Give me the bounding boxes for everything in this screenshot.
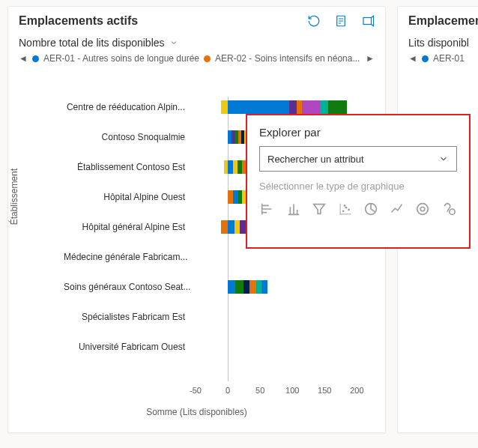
legend-label: AER-01 - Autres soins de longue durée <box>43 53 199 64</box>
y-tick-label: Établissement Contoso Est <box>64 162 191 172</box>
legend-dot <box>204 55 211 62</box>
svg-point-6 <box>348 209 350 211</box>
popover-title: Explorer par <box>259 126 457 139</box>
legend-prev-arrow[interactable]: ◄ <box>19 53 28 64</box>
bar-segment[interactable] <box>233 190 238 204</box>
funnel-icon[interactable] <box>311 199 328 219</box>
svg-point-9 <box>417 204 429 215</box>
svg-rect-2 <box>339 214 351 214</box>
bar-segment[interactable] <box>221 220 228 234</box>
attribute-search-dropdown[interactable]: Rechercher un attribut <box>259 146 457 172</box>
card-title: Emplacement <box>408 14 478 28</box>
x-tick-label: 100 <box>285 386 299 395</box>
dropdown-label: Nombre total de lits disponibles <box>19 37 165 49</box>
legend-item[interactable]: AER-01 <box>422 53 465 64</box>
bar-segment[interactable] <box>228 280 235 294</box>
dropdown-row: Nombre total de lits disponibles <box>8 32 385 50</box>
bar-segment[interactable] <box>256 280 261 294</box>
svg-point-7 <box>343 205 345 207</box>
bar-segment[interactable] <box>228 190 233 204</box>
bar-segment[interactable] <box>235 280 243 294</box>
donut-icon[interactable] <box>414 199 432 219</box>
popover-subtitle: Sélectionner le type de graphique <box>259 181 457 192</box>
chevron-down-icon <box>169 38 178 47</box>
bar-segment[interactable] <box>228 160 233 174</box>
legend-dot <box>422 55 429 62</box>
svg-point-5 <box>345 207 347 209</box>
bar-segment[interactable] <box>249 280 256 294</box>
legend-item[interactable]: AER-02 - Soins intensifs en néona... <box>204 53 360 64</box>
svg-point-10 <box>421 207 426 211</box>
chart-type-row <box>259 199 457 219</box>
y-axis-label: Établissement <box>9 169 19 225</box>
bar-segment[interactable] <box>297 100 302 114</box>
x-tick-label: 0 <box>226 386 230 395</box>
legend-label: AER-01 <box>433 53 465 64</box>
legend-item[interactable]: AER-01 - Autres soins de longue durée <box>32 53 199 64</box>
header-actions <box>307 14 375 28</box>
legend-row: ◄ AER-01 - Autres soins de longue durée … <box>8 50 385 64</box>
card-title: Emplacements actifs <box>19 14 307 28</box>
x-tick-label: 50 <box>255 386 264 395</box>
y-tick-label: Hôpital général Alpine Est <box>64 222 191 232</box>
dropdown-row: Lits disponibl <box>398 32 478 50</box>
y-tick-label: Centre de rééducation Alpin... <box>64 102 191 112</box>
bar-segment[interactable] <box>243 280 250 294</box>
x-tick-label: -50 <box>190 386 202 395</box>
legend-row: ◄ AER-01 <box>398 50 478 64</box>
dropdown-label: Lits disponibl <box>408 37 469 49</box>
y-tick-label: Contoso Snoqualmie <box>64 132 191 142</box>
card-header: Emplacements actifs <box>8 7 385 32</box>
bar-segment[interactable] <box>320 100 327 114</box>
svg-point-4 <box>342 210 345 212</box>
bar-segment[interactable] <box>302 100 320 114</box>
x-tick-label: 200 <box>350 386 363 395</box>
chart-metric-dropdown[interactable]: Nombre total de lits disponibles <box>19 37 375 49</box>
report-page-icon[interactable] <box>334 14 348 28</box>
svg-rect-1 <box>363 18 372 25</box>
bar-horizontal-icon[interactable] <box>259 199 276 219</box>
bar-segment[interactable] <box>221 100 228 114</box>
refresh-icon[interactable] <box>307 14 321 28</box>
bar-segment[interactable] <box>289 100 297 114</box>
pie-icon[interactable] <box>363 199 380 219</box>
svg-point-11 <box>450 209 455 214</box>
legend-prev-arrow[interactable]: ◄ <box>408 53 417 64</box>
x-axis-label: Somme (Lits disponibles) <box>19 407 375 417</box>
scatter-icon[interactable] <box>337 199 354 219</box>
expand-icon[interactable] <box>361 14 375 28</box>
x-tick-label: 150 <box>318 386 331 395</box>
y-tick-label: Spécialistes Fabricam Est <box>64 312 191 322</box>
card-header: Emplacement <box>398 7 478 32</box>
y-tick-label: Soins généraux Contoso Seat... <box>64 282 191 292</box>
search-placeholder: Rechercher un attribut <box>267 154 438 165</box>
bar-segment[interactable] <box>228 100 289 114</box>
chart-metric-dropdown[interactable]: Lits disponibl <box>408 37 478 49</box>
bar-vertical-icon[interactable] <box>285 199 303 219</box>
legend-label: AER-02 - Soins intensifs en néona... <box>215 53 360 64</box>
bar-segment[interactable] <box>261 280 268 294</box>
bar-segment[interactable] <box>235 220 240 234</box>
legend-next-arrow[interactable]: ► <box>366 53 375 64</box>
chevron-down-icon <box>438 154 449 164</box>
y-tick-label: Hôpital Alpine Ouest <box>64 192 191 202</box>
line-icon[interactable] <box>389 199 406 219</box>
bar-segment[interactable] <box>328 100 348 114</box>
svg-rect-3 <box>339 204 340 215</box>
tag-icon[interactable] <box>441 199 458 219</box>
y-tick-label: Médecine générale Fabricam... <box>64 252 191 262</box>
legend-dot <box>32 55 39 62</box>
explore-popover: Explorer par Rechercher un attribut Séle… <box>246 114 471 249</box>
bar-segment[interactable] <box>228 220 235 234</box>
y-tick-label: Université Fabricam Ouest <box>64 342 191 352</box>
